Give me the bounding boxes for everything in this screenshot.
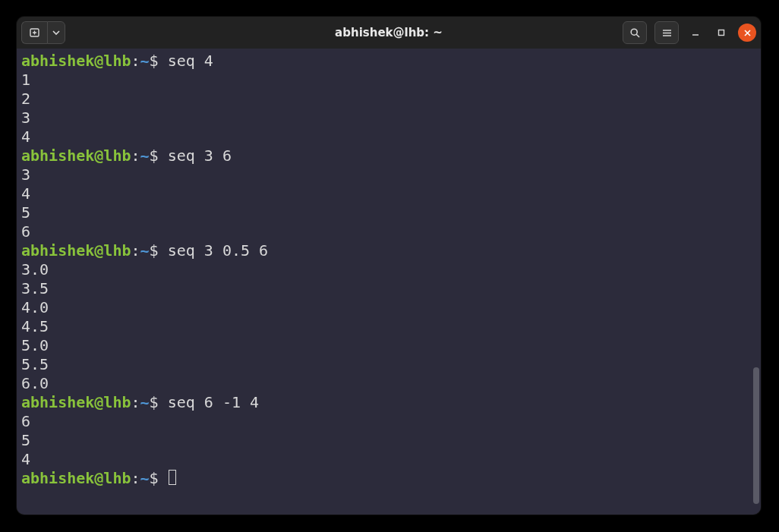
command-text: seq 6 -1 4 — [168, 393, 259, 411]
titlebar-right-group — [623, 21, 756, 44]
search-icon — [629, 27, 641, 39]
search-button[interactable] — [623, 21, 647, 44]
output-line: 5 — [21, 203, 756, 222]
new-tab-dropdown-button[interactable] — [47, 21, 65, 44]
titlebar: abhishek@lhb: ~ — [17, 17, 761, 49]
svg-line-4 — [636, 34, 639, 37]
output-line: 6.0 — [21, 374, 756, 393]
output-line: 6 — [21, 222, 756, 241]
menu-button[interactable] — [654, 21, 679, 44]
minimize-icon — [691, 28, 700, 37]
output-line: 4 — [21, 127, 756, 146]
maximize-icon — [717, 28, 726, 37]
prompt-line: abhishek@lhb:~$ seq 6 -1 4 — [21, 393, 756, 412]
terminal-body[interactable]: abhishek@lhb:~$ seq 41234abhishek@lhb:~$… — [17, 49, 761, 515]
output-line: 1 — [21, 71, 756, 90]
terminal-window: abhishek@lhb: ~ — [17, 17, 761, 515]
output-line: 5.0 — [21, 336, 756, 355]
output-line: 4.5 — [21, 317, 756, 336]
output-line: 5.5 — [21, 355, 756, 374]
titlebar-left-group — [21, 21, 65, 44]
output-line: 4 — [21, 184, 756, 203]
chevron-down-icon — [52, 29, 60, 36]
output-line: 4 — [21, 450, 756, 469]
prompt-line: abhishek@lhb:~$ seq 3 6 — [21, 146, 756, 165]
output-line: 3 — [21, 109, 756, 127]
command-text: seq 3 0.5 6 — [168, 241, 268, 260]
command-text: seq 3 6 — [168, 146, 232, 165]
output-line: 3.0 — [21, 260, 756, 279]
scrollbar-thumb[interactable] — [753, 367, 759, 504]
hamburger-icon — [661, 27, 673, 39]
svg-rect-9 — [719, 30, 724, 36]
close-button[interactable] — [738, 24, 756, 42]
terminal-output: abhishek@lhb:~$ seq 41234abhishek@lhb:~$… — [17, 49, 761, 515]
command-text: seq 4 — [168, 52, 213, 70]
prompt-line: abhishek@lhb:~$ — [21, 469, 756, 488]
minimize-button[interactable] — [686, 24, 705, 42]
output-line: 2 — [21, 90, 756, 109]
new-tab-button[interactable] — [21, 21, 47, 44]
close-icon — [743, 29, 752, 37]
output-line: 5 — [21, 431, 756, 450]
prompt-line: abhishek@lhb:~$ seq 4 — [21, 52, 756, 71]
output-line: 4.0 — [21, 298, 756, 317]
prompt-line: abhishek@lhb:~$ seq 3 0.5 6 — [21, 241, 756, 260]
svg-point-3 — [631, 29, 637, 35]
cursor — [169, 470, 176, 485]
output-line: 3.5 — [21, 279, 756, 298]
maximize-button[interactable] — [712, 24, 730, 42]
output-line: 6 — [21, 412, 756, 431]
new-tab-icon — [29, 27, 41, 39]
output-line: 3 — [21, 165, 756, 184]
